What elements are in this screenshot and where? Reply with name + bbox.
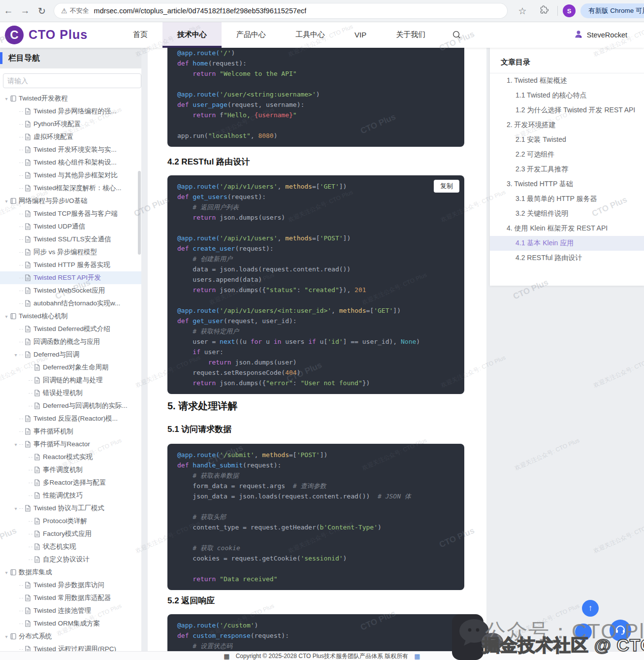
tree-item[interactable]: 事件循环机制: [0, 425, 141, 438]
search-icon[interactable]: [440, 22, 473, 48]
tree-item[interactable]: Protocol类详解: [0, 515, 141, 528]
code-line: # 返回用户列表: [177, 202, 454, 212]
toc-item[interactable]: 4.1 基本 Klein 应用: [490, 236, 644, 251]
toc-item[interactable]: 2.3 开发工具推荐: [490, 162, 644, 177]
code-line: users.append(data): [177, 274, 454, 285]
tree-item[interactable]: Deferred与回调机制的实际...: [0, 399, 141, 412]
tree-item[interactable]: ▾事件循环与Reactor: [0, 438, 141, 451]
tree-item[interactable]: Twisted ORM集成方案: [0, 617, 141, 630]
tree-item[interactable]: Twisted 开发环境安装与实...: [0, 143, 141, 156]
toc-item[interactable]: 1.2 为什么选择 Twisted 开发 REST API: [490, 103, 644, 118]
tree-item[interactable]: 性能调优技巧: [0, 489, 141, 502]
toc-item[interactable]: 3.2 关键组件说明: [490, 206, 644, 221]
chevron-down-icon[interactable]: ▾: [3, 96, 10, 101]
toc-item[interactable]: 2.1 安装 Twisted: [490, 132, 644, 147]
tree-item[interactable]: 虚拟环境配置: [0, 131, 141, 143]
tree-guide-line: [29, 367, 32, 368]
tree-item[interactable]: Twisted REST API开发: [0, 271, 141, 284]
chevron-down-icon[interactable]: ▾: [3, 634, 10, 639]
tree-item[interactable]: ▾Twisted开发教程: [0, 92, 141, 105]
code-line: def handle_submit(request):: [177, 460, 454, 470]
tree-item[interactable]: Deferred对象生命周期: [0, 361, 141, 374]
tree-item[interactable]: ▾分布式系统: [0, 630, 141, 643]
toc-item[interactable]: 1. Twisted 框架概述: [490, 73, 644, 88]
toc-item[interactable]: 4. 使用 Klein 框架开发 REST API: [490, 221, 644, 236]
tree-guide-line: [29, 393, 32, 394]
site-logo[interactable]: C CTO Plus: [0, 22, 118, 48]
tree-item[interactable]: Twisted框架深度解析：核心...: [0, 182, 141, 195]
toc-item[interactable]: 3. Twisted HTTP 基础: [490, 177, 644, 192]
chevron-down-icon[interactable]: ▾: [3, 198, 10, 204]
sidebar-search-input[interactable]: [3, 73, 141, 88]
nav-item-1[interactable]: 技术中心: [162, 22, 222, 48]
tree-item[interactable]: Twisted 异步网络编程的强...: [0, 105, 141, 118]
tree-item[interactable]: Twisted SSL/TLS安全通信: [0, 233, 141, 246]
user-menu[interactable]: SteveRocket: [574, 22, 644, 48]
tree-item[interactable]: Reactor模式实现: [0, 451, 141, 463]
sidebar-title-bar: 栏目导航: [0, 48, 141, 68]
back-icon[interactable]: ←: [0, 5, 17, 16]
tree-guide-line: [29, 483, 32, 483]
extensions-icon[interactable]: [536, 5, 552, 16]
tree-item[interactable]: 错误处理机制: [0, 387, 141, 399]
tree-item[interactable]: autobahn结合tornado实现w...: [0, 297, 141, 310]
copy-code-button[interactable]: 复制: [434, 180, 459, 193]
scroll-to-top-button[interactable]: ↑: [582, 600, 599, 617]
nav-item-5[interactable]: 关于我们: [381, 22, 440, 48]
chevron-down-icon[interactable]: ▾: [12, 442, 19, 447]
chevron-down-icon[interactable]: ▾: [12, 506, 19, 511]
toc-item[interactable]: 3.1 最简单的 HTTP 服务器: [490, 192, 644, 206]
chevron-down-icon[interactable]: ▾: [3, 570, 10, 575]
tree-item[interactable]: 状态机实现: [0, 540, 141, 553]
tree-item[interactable]: ▾Twisted 协议与工厂模式: [0, 502, 141, 515]
code-line: def get_users(request):: [177, 192, 454, 202]
tree-item[interactable]: ▾Twisted核心机制: [0, 310, 141, 323]
url-bar[interactable]: ⚠ 不安全 mdrsec.com/#/ctoplus_article/0d745…: [54, 3, 507, 18]
tree-item[interactable]: 自定义协议设计: [0, 553, 141, 566]
tree-guide-line: [19, 265, 23, 265]
tree-item[interactable]: Twisted HTTP 服务器实现: [0, 259, 141, 271]
toc-item[interactable]: 2.2 可选组件: [490, 147, 644, 162]
tree-item-label: 多Reactor选择与配置: [43, 478, 106, 487]
nav-item-0[interactable]: 首页: [118, 22, 162, 48]
tree-item[interactable]: 回调函数的概念与应用: [0, 335, 141, 348]
tree-item[interactable]: 回调链的构建与处理: [0, 374, 141, 387]
code-line: def home(request):: [177, 58, 454, 68]
tree-item[interactable]: Twisted 常用数据库适配器: [0, 592, 141, 604]
tree-item[interactable]: Twisted UDP通信: [0, 220, 141, 233]
toc-item[interactable]: 4.2 RESTful 路由设计: [490, 251, 644, 265]
not-secure-chip[interactable]: ⚠ 不安全: [54, 6, 94, 15]
nav-item-4[interactable]: VIP: [340, 22, 381, 48]
nav-item-2[interactable]: 产品中心: [222, 22, 281, 48]
tree-item[interactable]: ▾网络编程与异步I/O基础: [0, 195, 141, 207]
tree-item[interactable]: 同步 vs 异步编程模型: [0, 246, 141, 259]
tree-item[interactable]: Twisted 反应器(Reactor)模...: [0, 412, 141, 425]
forward-icon[interactable]: →: [17, 5, 33, 16]
tree-item[interactable]: 多Reactor选择与配置: [0, 476, 141, 489]
tree-item[interactable]: Twisted 异步数据库访问: [0, 579, 141, 592]
chevron-down-icon[interactable]: ▾: [12, 352, 19, 358]
bookmark-star-icon[interactable]: ☆: [514, 5, 531, 17]
document-icon: [25, 236, 33, 243]
refresh-icon[interactable]: ↻: [33, 5, 50, 17]
tree-item[interactable]: ▾数据库集成: [0, 566, 141, 579]
chevron-down-icon[interactable]: ▾: [3, 314, 10, 319]
tree-item[interactable]: ▾Deferred与回调: [0, 348, 141, 361]
tree-item[interactable]: Twisted WebSocket应用: [0, 284, 141, 297]
sidebar-scrollbar[interactable]: [138, 171, 141, 255]
nav-item-3[interactable]: 工具中心: [281, 22, 340, 48]
tree-item[interactable]: Twisted 核心组件和架构设...: [0, 156, 141, 169]
chrome-update-chip[interactable]: 有新版 Chrome 可用: [580, 3, 644, 18]
tree-item[interactable]: Twisted 连接池管理: [0, 604, 141, 617]
tree-item[interactable]: Factory模式应用: [0, 528, 141, 540]
tree-item[interactable]: Python环境配置: [0, 118, 141, 131]
tree-item[interactable]: 事件调度机制: [0, 463, 141, 476]
document-icon: [34, 543, 43, 550]
profile-avatar[interactable]: S: [563, 4, 576, 17]
tree-item[interactable]: Twisted 与其他异步框架对比: [0, 169, 141, 182]
toc-item[interactable]: 2. 开发环境搭建: [490, 118, 644, 132]
toc-item[interactable]: 1.1 Twisted 的核心特点: [490, 88, 644, 103]
tree-item[interactable]: Twisted Deferred模式介绍: [0, 323, 141, 335]
document-icon: [25, 185, 33, 192]
tree-item[interactable]: Twisted TCP服务器与客户端: [0, 207, 141, 220]
